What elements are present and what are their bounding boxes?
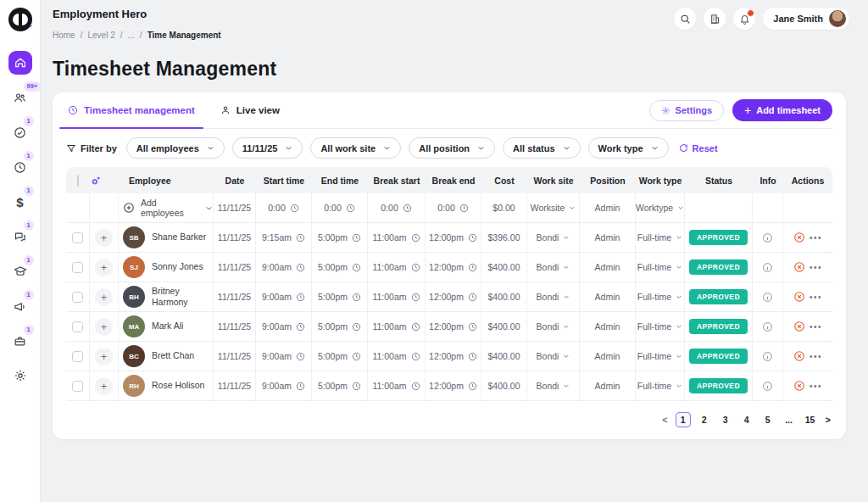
expand-row-button[interactable]: + (95, 348, 113, 365)
break-start-cell[interactable]: 11:00am (368, 371, 426, 400)
start-time-cell[interactable]: 9:00am (256, 282, 312, 311)
end-time-cell[interactable]: 5:00pm (312, 342, 368, 371)
column-header-actions[interactable]: Actions (783, 176, 832, 186)
start-time-cell[interactable]: 9:15am (256, 223, 312, 252)
column-header-employee[interactable]: Employee (119, 176, 214, 186)
add-employees-dropdown[interactable]: Add employees (123, 198, 213, 218)
reject-timesheet-icon[interactable] (793, 231, 805, 243)
work-site-select[interactable]: Worksite (527, 193, 580, 222)
work-type-cell[interactable]: Full-time (636, 312, 685, 341)
expand-row-button[interactable]: + (95, 318, 113, 336)
sidebar-item-approvals[interactable]: 1 (8, 120, 32, 144)
column-header-cost[interactable]: Cost (481, 176, 527, 186)
reject-timesheet-icon[interactable] (793, 380, 805, 392)
column-header-date[interactable]: Date (214, 176, 256, 186)
select-all-checkbox[interactable] (77, 175, 79, 187)
employment-hero-logo[interactable] (8, 7, 33, 32)
filter-dropdown[interactable]: 11/11/25 (232, 137, 303, 159)
break-end-cell[interactable]: 12:00pm (426, 312, 481, 341)
break-end-cell[interactable]: 12:00pm (426, 342, 481, 371)
breadcrumb-ellipsis[interactable]: ... (128, 31, 135, 40)
work-site-cell[interactable]: Bondi (527, 312, 580, 341)
info-cell[interactable] (753, 253, 783, 282)
column-header-position[interactable]: Position (580, 176, 636, 186)
info-cell[interactable] (753, 342, 783, 371)
reject-timesheet-icon[interactable] (793, 321, 805, 332)
expand-row-button[interactable]: + (95, 288, 113, 306)
end-time-cell[interactable]: 5:00pm (312, 312, 368, 341)
info-cell[interactable] (753, 223, 783, 252)
row-checkbox[interactable] (72, 262, 83, 273)
previous-page-button[interactable]: < (660, 415, 669, 425)
end-time-cell[interactable]: 5:00pm (312, 253, 368, 282)
row-checkbox[interactable] (72, 232, 83, 243)
tab-timesheet-management[interactable]: Timesheet management (66, 92, 197, 128)
date-input[interactable]: 11/11/25 (214, 193, 256, 222)
work-site-cell[interactable]: Bondi (527, 253, 580, 282)
filter-dropdown[interactable]: All status (503, 137, 581, 159)
end-time-cell[interactable]: 5:00pm (312, 282, 368, 311)
break-end-cell[interactable]: 12:00pm (426, 223, 481, 252)
reject-timesheet-icon[interactable] (793, 350, 805, 362)
page-number[interactable]: 2 (697, 412, 712, 427)
reset-filters-button[interactable]: Reset (679, 143, 718, 153)
sidebar-item-learning[interactable]: 1 (8, 259, 32, 283)
break-end-input[interactable]: 0:00 (426, 193, 481, 222)
start-time-cell[interactable]: 9:00am (256, 312, 312, 341)
row-checkbox[interactable] (72, 321, 83, 332)
work-type-cell[interactable]: Full-time (636, 253, 685, 282)
column-header-break-start[interactable]: Break start (368, 176, 426, 186)
more-actions-button[interactable]: ••• (810, 352, 822, 361)
sidebar-item-time[interactable]: 1 (8, 155, 32, 179)
bulk-settings-cell[interactable] (90, 175, 119, 187)
filter-dropdown[interactable]: All position (409, 137, 495, 159)
break-end-cell[interactable]: 12:00pm (426, 371, 481, 400)
column-header-end-time[interactable]: End time (312, 176, 368, 186)
row-checkbox[interactable] (72, 351, 83, 362)
sidebar-item-settings[interactable] (8, 364, 32, 388)
work-type-cell[interactable]: Full-time (636, 342, 685, 371)
break-start-input[interactable]: 0:00 (368, 193, 426, 222)
break-start-cell[interactable]: 11:00am (368, 312, 426, 341)
work-type-cell[interactable]: Full-time (636, 223, 685, 252)
work-site-cell[interactable]: Bondi (527, 282, 580, 311)
break-start-cell[interactable]: 11:00am (368, 253, 426, 282)
sidebar-item-announcements[interactable]: 1 (8, 294, 32, 318)
start-time-cell[interactable]: 9:00am (256, 342, 312, 371)
sidebar-item-people[interactable]: 99+ (8, 86, 32, 109)
work-type-select[interactable]: Worktype (636, 193, 685, 222)
page-number[interactable]: ... (782, 412, 797, 427)
more-actions-button[interactable]: ••• (810, 382, 822, 391)
row-checkbox[interactable] (72, 292, 83, 303)
sidebar-item-home[interactable] (8, 51, 32, 75)
end-time-cell[interactable]: 5:00pm (312, 371, 368, 400)
work-site-cell[interactable]: Bondi (527, 342, 580, 371)
break-end-cell[interactable]: 12:00pm (426, 253, 481, 282)
sidebar-item-pay[interactable]: $ 1 (8, 190, 32, 214)
filter-dropdown[interactable]: All employees (126, 137, 225, 159)
user-menu[interactable]: Jane Smith (763, 8, 849, 30)
expand-row-button[interactable]: + (95, 259, 113, 276)
expand-row-button[interactable]: + (95, 377, 113, 395)
breadcrumb-home[interactable]: Home (53, 31, 75, 40)
page-number[interactable]: 5 (760, 412, 776, 427)
search-button[interactable] (674, 8, 696, 30)
organisation-button[interactable] (704, 8, 726, 30)
expand-row-button[interactable]: + (95, 229, 113, 247)
tab-live-view[interactable]: Live view (219, 92, 281, 128)
column-header-status[interactable]: Status (685, 176, 753, 186)
work-site-cell[interactable]: Bondi (527, 223, 580, 252)
add-timesheet-button[interactable]: + Add timesheet (732, 99, 832, 121)
column-header-start-time[interactable]: Start time (256, 176, 312, 186)
column-header-break-end[interactable]: Break end (426, 176, 481, 186)
filter-dropdown[interactable]: All work site (310, 137, 401, 159)
info-cell[interactable] (753, 282, 783, 311)
next-page-button[interactable]: > (824, 415, 832, 425)
page-number[interactable]: 15 (803, 412, 818, 427)
end-time-cell[interactable]: 5:00pm (312, 223, 368, 252)
page-number[interactable]: 4 (739, 412, 754, 427)
settings-button[interactable]: Settings (649, 100, 724, 121)
sidebar-item-work[interactable]: 1 (8, 329, 32, 353)
more-actions-button[interactable]: ••• (810, 293, 822, 302)
breadcrumb-level2[interactable]: Level 2 (87, 31, 114, 40)
